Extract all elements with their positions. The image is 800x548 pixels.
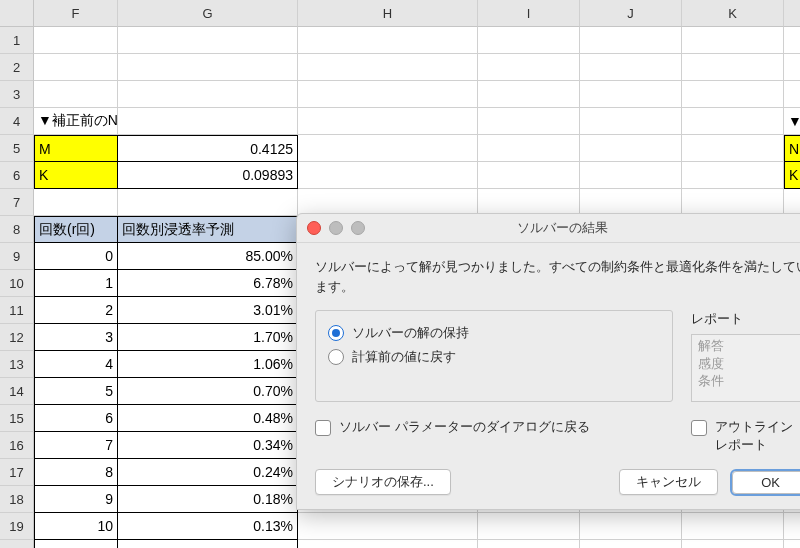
cell[interactable] <box>298 189 478 216</box>
cell[interactable] <box>478 135 580 162</box>
check-return-dialog[interactable]: ソルバー パラメーターのダイアログに戻る <box>315 418 673 436</box>
report-item[interactable]: 条件 <box>698 372 800 390</box>
table-cell-pen[interactable]: 3.01% <box>118 297 298 324</box>
cell[interactable] <box>118 54 298 81</box>
cell[interactable] <box>298 54 478 81</box>
table-cell-pen[interactable]: 0.24% <box>118 459 298 486</box>
cell[interactable] <box>682 81 784 108</box>
cell[interactable] <box>478 54 580 81</box>
table-cell-r[interactable]: 4 <box>34 351 118 378</box>
col-header-H[interactable]: H <box>298 0 478 27</box>
cell[interactable] <box>478 81 580 108</box>
row-header[interactable]: 4 <box>0 108 34 135</box>
table-cell-r[interactable]: 7 <box>34 432 118 459</box>
row-header[interactable]: 7 <box>0 189 34 216</box>
table-cell-r[interactable]: 5 <box>34 378 118 405</box>
table-header-pen[interactable]: 回数別浸透率予測 <box>118 216 298 243</box>
col-header-I[interactable]: I <box>478 0 580 27</box>
cell[interactable] <box>682 27 784 54</box>
save-scenario-button[interactable]: シナリオの保存... <box>315 469 451 495</box>
section-title[interactable]: ▼補正前のNBDモデル <box>34 108 118 135</box>
row-header[interactable]: 6 <box>0 162 34 189</box>
cell[interactable] <box>784 27 800 54</box>
table-cell-pen[interactable]: 0.70% <box>118 378 298 405</box>
cell[interactable] <box>298 162 478 189</box>
row-header[interactable]: 14 <box>0 378 34 405</box>
cell[interactable] <box>478 189 580 216</box>
cell[interactable] <box>298 108 478 135</box>
table-cell-pen[interactable]: 6.78% <box>118 270 298 297</box>
table-cell-r[interactable]: 2 <box>34 297 118 324</box>
table-cell-r[interactable]: 0 <box>34 243 118 270</box>
cell[interactable] <box>118 27 298 54</box>
cell[interactable] <box>478 108 580 135</box>
cell[interactable] <box>784 540 800 548</box>
right-peek-row5[interactable]: N <box>784 135 800 162</box>
corner-cell[interactable] <box>0 0 34 27</box>
row-header[interactable]: 18 <box>0 486 34 513</box>
check-outline-report[interactable]: アウトライン レポート <box>691 418 800 453</box>
table-cell-pen[interactable]: 85.00% <box>118 243 298 270</box>
report-list[interactable]: 解答 感度 条件 <box>691 334 800 402</box>
cell[interactable] <box>34 189 118 216</box>
table-cell-r[interactable]: 6 <box>34 405 118 432</box>
cell[interactable] <box>682 135 784 162</box>
cell[interactable] <box>580 27 682 54</box>
row-header[interactable]: 12 <box>0 324 34 351</box>
cell[interactable] <box>118 108 298 135</box>
table-cell-r[interactable]: 11 <box>34 540 118 548</box>
cell[interactable] <box>682 162 784 189</box>
cell[interactable] <box>478 27 580 54</box>
cell[interactable] <box>580 189 682 216</box>
row-header[interactable]: 15 <box>0 405 34 432</box>
cell[interactable] <box>784 54 800 81</box>
col-header-G[interactable]: G <box>118 0 298 27</box>
cell[interactable] <box>682 513 784 540</box>
row-header[interactable]: 3 <box>0 81 34 108</box>
cell[interactable] <box>298 540 478 548</box>
cell[interactable] <box>682 108 784 135</box>
table-cell-pen[interactable]: 0.18% <box>118 486 298 513</box>
cell[interactable] <box>118 189 298 216</box>
row-header[interactable]: 5 <box>0 135 34 162</box>
cell[interactable] <box>580 54 682 81</box>
table-cell-r[interactable]: 8 <box>34 459 118 486</box>
param-M-label[interactable]: M <box>34 135 118 162</box>
cell[interactable] <box>580 81 682 108</box>
table-cell-r[interactable]: 9 <box>34 486 118 513</box>
row-header[interactable]: 9 <box>0 243 34 270</box>
param-M-value[interactable]: 0.4125 <box>118 135 298 162</box>
col-header-K[interactable]: K <box>682 0 784 27</box>
radio-keep-solution[interactable]: ソルバーの解の保持 <box>328 321 660 345</box>
row-header[interactable]: 2 <box>0 54 34 81</box>
cell[interactable] <box>118 81 298 108</box>
cell[interactable] <box>682 54 784 81</box>
cell[interactable] <box>580 162 682 189</box>
cell[interactable] <box>298 135 478 162</box>
table-cell-pen[interactable]: 1.70% <box>118 324 298 351</box>
cell[interactable] <box>784 513 800 540</box>
col-header-J[interactable]: J <box>580 0 682 27</box>
cell[interactable] <box>34 27 118 54</box>
cell[interactable] <box>34 81 118 108</box>
report-item[interactable]: 感度 <box>698 355 800 373</box>
report-item[interactable]: 解答 <box>698 337 800 355</box>
cell[interactable] <box>298 81 478 108</box>
row-header[interactable]: 19 <box>0 513 34 540</box>
table-cell-pen[interactable]: 0.34% <box>118 432 298 459</box>
table-header-r[interactable]: 回数(r回) <box>34 216 118 243</box>
cancel-button[interactable]: キャンセル <box>619 469 718 495</box>
row-header[interactable]: 10 <box>0 270 34 297</box>
param-K-value[interactable]: 0.09893 <box>118 162 298 189</box>
col-header-next[interactable] <box>784 0 800 27</box>
table-cell-pen[interactable]: 0.39% <box>118 540 298 548</box>
cell[interactable] <box>580 513 682 540</box>
radio-revert-values[interactable]: 計算前の値に戻す <box>328 345 660 369</box>
table-cell-pen[interactable]: 1.06% <box>118 351 298 378</box>
cell[interactable] <box>580 108 682 135</box>
row-header[interactable]: 16 <box>0 432 34 459</box>
row-header[interactable]: 8 <box>0 216 34 243</box>
col-header-F[interactable]: F <box>34 0 118 27</box>
ok-button[interactable]: OK <box>732 471 800 494</box>
right-peek-row6[interactable]: K <box>784 162 800 189</box>
